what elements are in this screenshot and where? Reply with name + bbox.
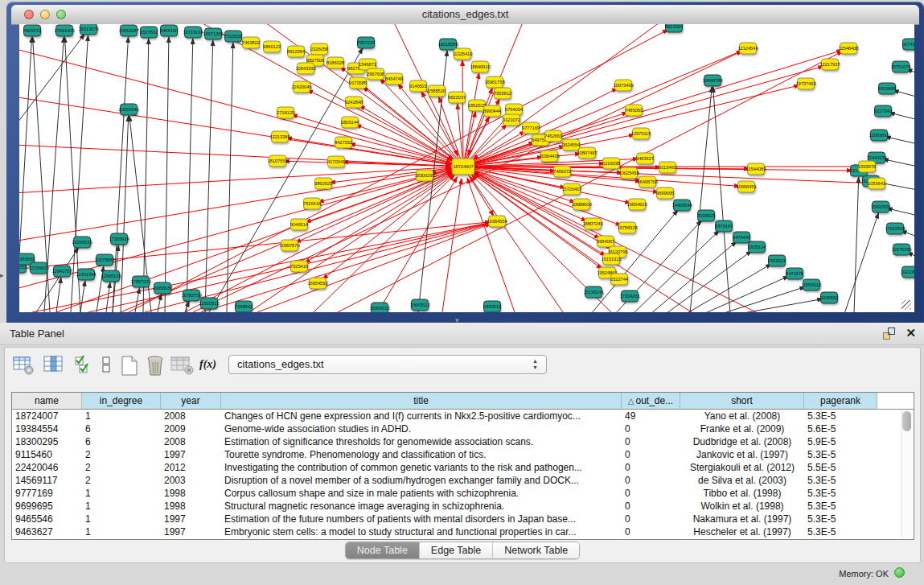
table-cell: 1997 — [161, 525, 221, 538]
graph-node-label: 7525416 — [290, 264, 309, 269]
graph-node-label: 10975887 — [94, 257, 115, 262]
table-cell: 0 — [622, 448, 680, 461]
table-row[interactable]: 2242004622012Investigating the contribut… — [12, 461, 914, 474]
table-row[interactable]: 1872400712008Changes of HCN gene express… — [12, 410, 914, 422]
graph-edge — [193, 51, 742, 312]
delete-table-icon[interactable] — [170, 355, 195, 376]
graph-edge — [19, 168, 451, 241]
float-panel-icon[interactable] — [883, 328, 895, 340]
graph-node-label: 8186328 — [326, 60, 345, 65]
graph-node-label: 7485063 — [625, 108, 643, 113]
graph-node-label: 19654923 — [626, 202, 647, 207]
node-table[interactable]: namein_degreeyeartitle△out_de...shortpag… — [11, 392, 914, 540]
table-row[interactable]: 946554611997Estimation of the future num… — [12, 513, 914, 525]
table-row[interactable]: 969969511998Structural magnetic resonanc… — [12, 500, 914, 513]
splitpane-collapse-icon[interactable]: ▸ — [0, 272, 4, 279]
graph-node-label: 17957223 — [130, 279, 151, 284]
table-cell: 9699695 — [12, 500, 82, 513]
graph-node-label: 9822037 — [448, 95, 466, 100]
tab-edge-table[interactable]: Edge Table — [420, 542, 493, 558]
graph-node-label: 11544089 — [746, 167, 767, 171]
table-cell: 0 — [622, 500, 680, 513]
graph-edge — [713, 87, 730, 312]
vertical-scrollbar[interactable] — [901, 410, 912, 538]
delete-column-icon[interactable] — [145, 355, 167, 377]
graph-edge — [165, 37, 169, 312]
show-columns-icon[interactable] — [43, 355, 64, 376]
graph-node-label: 16648784 — [702, 78, 723, 83]
table-header-row: namein_degreeyeartitle△out_de...shortpag… — [12, 393, 914, 410]
graph-edge — [844, 213, 878, 312]
scrollbar-thumb[interactable] — [902, 411, 911, 431]
graph-node-label: 10997870 — [279, 243, 300, 248]
table-cell: 9115460 — [12, 448, 82, 461]
network-canvas[interactable]: 1872400718300295193845544905572276914061… — [19, 24, 914, 312]
row-height-icon[interactable] — [101, 355, 113, 376]
graph-edge — [205, 40, 213, 312]
graph-edge — [467, 178, 515, 312]
table-mode-icon[interactable] — [13, 355, 35, 376]
graph-node-label: 20206535 — [72, 240, 92, 245]
graph-node-label: 9463627 — [636, 156, 655, 161]
window-resize-grip[interactable] — [901, 300, 911, 310]
table-cell: Stergiakouli et al. (2012) — [680, 461, 804, 474]
graph-node-label: 9173585 — [349, 80, 368, 85]
graph-node-label: 6466160 — [160, 28, 179, 33]
table-select-combo[interactable]: citations_edges.txt ▲▼ — [228, 355, 547, 374]
column-header-title[interactable]: title — [221, 393, 622, 409]
graph-node-label: 17016504 — [885, 226, 906, 231]
sort-ascending-icon: △ — [628, 397, 634, 406]
tab-network-table[interactable]: Network Table — [493, 542, 579, 558]
graph-edge — [19, 167, 451, 193]
column-header-short[interactable]: short — [680, 393, 804, 409]
column-header-in-degree[interactable]: in_degree — [82, 393, 161, 409]
column-header-name[interactable]: name — [12, 393, 82, 409]
column-header-out-de-[interactable]: △out_de... — [622, 393, 680, 409]
function-builder-icon[interactable]: f(x) — [199, 358, 216, 371]
table-cell: Jankovic et al. (1997) — [680, 448, 804, 461]
table-row[interactable]: 1456911722003Disruption of a novel membe… — [12, 474, 914, 487]
graph-node-label: 12905133 — [101, 274, 121, 278]
graph-node-label: 7463822 — [242, 40, 261, 45]
graph-node-label: 12156823 — [28, 266, 49, 270]
graph-node-label: 10643522 — [409, 303, 430, 307]
select-all-check-icon[interactable] — [74, 355, 93, 376]
graph-node-label: 16671355 — [203, 31, 224, 36]
graph-node-label: 18300295 — [414, 173, 435, 178]
table-row[interactable]: 1938455462009Genome-wide association stu… — [12, 422, 914, 435]
graph-node-label: 8938923 — [697, 213, 716, 218]
close-panel-icon[interactable]: ✕ — [906, 326, 916, 340]
table-cell: Investigating the contribution of common… — [221, 461, 622, 474]
graph-edge — [470, 176, 563, 312]
table-tabs: Node TableEdge TableNetwork Table — [5, 542, 920, 559]
graph-node-label: 10553287 — [118, 28, 139, 33]
table-cell: 9777169 — [12, 487, 82, 500]
graph-node-label: 20364436 — [539, 154, 560, 159]
table-panel-title: Table Panel — [10, 328, 64, 340]
table-cell: 1 — [82, 525, 161, 538]
table-row[interactable]: 946362711997Embryonic stem cells: a mode… — [12, 525, 914, 538]
graph-node-label: 9474444 — [733, 235, 751, 240]
graph-node-label: 10688609 — [571, 202, 592, 207]
graph-node-label: 27691406 — [54, 28, 75, 33]
column-header-pagerank[interactable]: pagerank — [804, 393, 877, 409]
graph-edge — [721, 286, 805, 312]
graph-edge — [889, 113, 914, 121]
graph-edge — [885, 137, 914, 145]
graph-node-label: 4905572 — [23, 28, 42, 33]
graph-node-label: 19756928 — [617, 225, 638, 230]
graph-edge — [143, 39, 149, 312]
table-cell: 18724007 — [12, 410, 82, 422]
network-window-titlebar[interactable]: citations_edges.txt — [11, 5, 919, 25]
column-header-year[interactable]: year — [161, 393, 221, 409]
graph-node-label: 16954592 — [307, 281, 328, 286]
table-row[interactable]: 977716911998Corpus callosum shape and si… — [12, 487, 914, 500]
table-cell: 1998 — [161, 487, 221, 500]
graph-edge — [704, 276, 789, 312]
graph-node-label: 11325419 — [453, 51, 474, 56]
tab-node-table[interactable]: Node Table — [346, 542, 420, 558]
table-row[interactable]: 1830029562008Estimation of significance … — [12, 435, 914, 448]
create-column-icon[interactable] — [119, 355, 140, 377]
table-row[interactable]: 911546021997Tourette syndrome. Phenomeno… — [12, 448, 914, 461]
graph-edge — [442, 179, 462, 312]
